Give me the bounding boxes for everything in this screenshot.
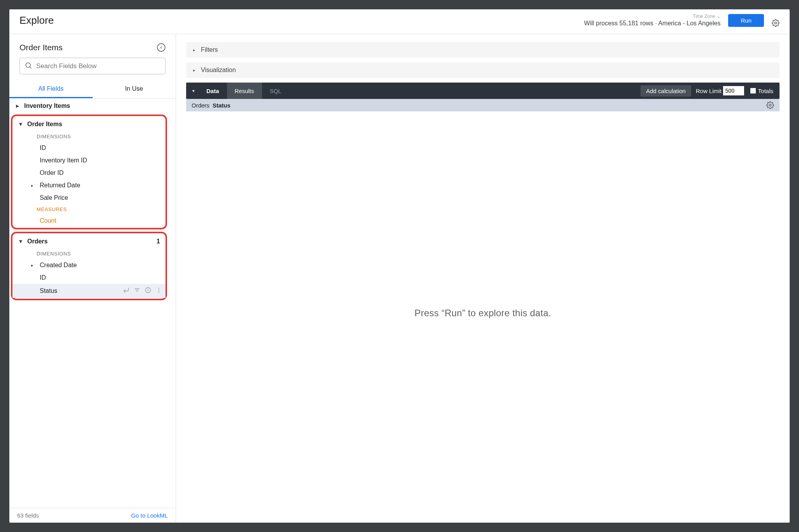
search-icon xyxy=(25,62,32,70)
view-order-items[interactable]: ▾ Order Items xyxy=(12,117,165,131)
dimensions-label: DIMENSIONS xyxy=(12,248,165,259)
topbar: Explore Will process 55,181 rows · Ameri… xyxy=(9,9,790,34)
timezone-dropdown[interactable]: Time Zone ⌄ xyxy=(693,14,721,19)
topbar-right: Will process 55,181 rows · America - Los… xyxy=(584,14,780,27)
highlight-orders: ▾ Orders 1 DIMENSIONS ▸Created Date ID S… xyxy=(11,232,167,300)
checkbox-icon xyxy=(750,88,756,93)
caret-right-icon: ▸ xyxy=(193,48,195,53)
row-limit-label: Row Limit xyxy=(696,88,722,94)
filter-icon[interactable] xyxy=(134,287,141,295)
page-title: Explore xyxy=(19,14,54,26)
kebab-menu-icon[interactable] xyxy=(155,287,162,295)
visualization-panel[interactable]: ▸ Visualization xyxy=(186,62,780,78)
filters-panel[interactable]: ▸ Filters xyxy=(186,42,780,58)
column-gear-icon[interactable] xyxy=(766,101,774,109)
dimensions-label: DIMENSIONS xyxy=(12,131,165,142)
timezone-value[interactable]: America - Los Angeles xyxy=(658,20,720,26)
add-calculation-button[interactable]: Add calculation xyxy=(641,85,691,97)
field-sale-price[interactable]: Sale Price xyxy=(12,192,165,204)
svg-point-11 xyxy=(158,291,159,292)
collapse-sidebar-button[interactable] xyxy=(157,43,165,52)
field-created-date[interactable]: ▸Created Date xyxy=(12,259,165,271)
caret-down-icon: ▾ xyxy=(19,120,23,128)
sidebar-footer: 63 fields Go to LookML xyxy=(9,508,176,523)
field-picker-sidebar: Order Items All Fields In Use xyxy=(9,34,176,523)
field-inventory-item-id[interactable]: Inventory Item ID xyxy=(12,154,165,167)
field-order-id[interactable]: Order ID xyxy=(12,167,165,179)
caret-right-icon: ▸ xyxy=(16,102,19,109)
main-area: ▸ Filters ▸ Visualization ▾ Data Results… xyxy=(176,34,790,523)
caret-right-icon: ▸ xyxy=(30,183,35,188)
field-count-text: 63 fields xyxy=(17,512,39,519)
totals-checkbox[interactable]: Totals xyxy=(750,88,780,94)
svg-point-1 xyxy=(26,63,30,67)
field-tabs: All Fields In Use xyxy=(9,80,176,99)
process-rows-text: Will process 55,181 rows · xyxy=(584,20,658,26)
app-window: Explore Will process 55,181 rows · Ameri… xyxy=(9,9,790,523)
data-bar: ▾ Data Results SQL Add calculation Row L… xyxy=(186,83,780,99)
search-input[interactable] xyxy=(36,62,160,70)
go-to-lookml-link[interactable]: Go to LookML xyxy=(131,512,168,519)
field-status[interactable]: Status xyxy=(12,284,165,298)
svg-point-0 xyxy=(775,22,777,24)
view-inventory-items[interactable]: ▸ Inventory Items xyxy=(9,99,169,113)
field-tree[interactable]: ▸ Inventory Items ▾ Order Items DIMENSIO… xyxy=(9,99,169,508)
search-input-wrap[interactable] xyxy=(19,58,165,74)
field-returned-date[interactable]: ▸Returned Date xyxy=(12,179,165,192)
chevron-down-icon: ⌄ xyxy=(716,14,720,19)
caret-right-icon: ▸ xyxy=(193,68,195,73)
svg-point-8 xyxy=(148,289,148,289)
field-id[interactable]: ID xyxy=(12,142,165,154)
run-button[interactable]: Run xyxy=(728,14,764,27)
svg-point-9 xyxy=(158,288,159,289)
caret-down-icon: ▾ xyxy=(19,238,23,245)
selected-count-badge: 1 xyxy=(157,238,162,245)
tab-results[interactable]: Results xyxy=(227,83,262,99)
result-column-header[interactable]: Orders Status xyxy=(186,99,780,111)
svg-point-12 xyxy=(769,104,771,106)
tab-sql[interactable]: SQL xyxy=(262,83,289,99)
svg-point-10 xyxy=(158,290,159,291)
caret-right-icon: ▸ xyxy=(30,263,35,268)
field-orders-id[interactable]: ID xyxy=(12,271,165,284)
settings-gear-icon[interactable] xyxy=(772,19,780,27)
info-icon[interactable] xyxy=(144,287,151,295)
view-orders[interactable]: ▾ Orders 1 xyxy=(12,234,165,248)
svg-line-2 xyxy=(30,67,32,69)
measures-label: MEASURES xyxy=(12,204,165,215)
caret-down-icon[interactable]: ▾ xyxy=(186,88,199,93)
tab-in-use[interactable]: In Use xyxy=(93,80,176,98)
pivot-icon[interactable] xyxy=(123,287,130,295)
tab-data[interactable]: Data xyxy=(199,83,227,99)
tab-all-fields[interactable]: All Fields xyxy=(9,80,93,98)
highlight-order-items: ▾ Order Items DIMENSIONS ID Inventory It… xyxy=(11,115,167,229)
run-prompt-text: Press “Run” to explore this data. xyxy=(186,111,780,515)
explore-title: Order Items xyxy=(19,43,63,52)
row-limit-input[interactable] xyxy=(723,86,744,95)
field-count[interactable]: Count xyxy=(12,215,165,227)
